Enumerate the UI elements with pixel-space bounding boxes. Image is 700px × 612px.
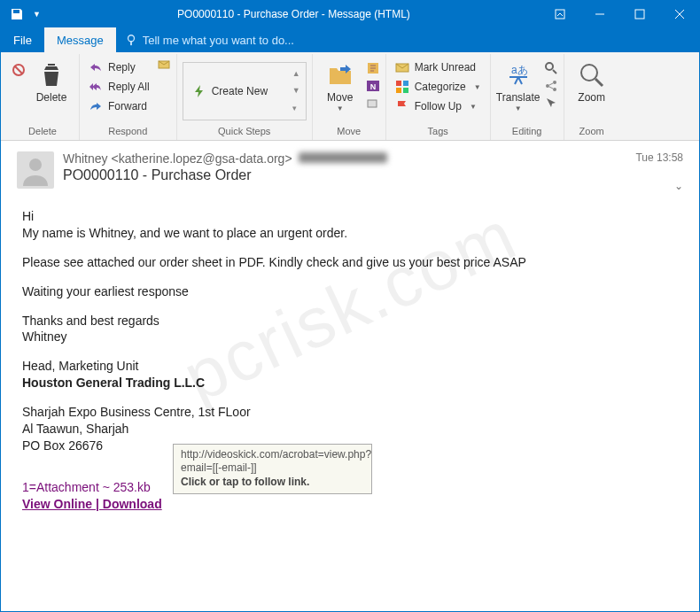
svg-rect-19 (403, 88, 408, 93)
attachment-info: 1=Attachment ~ 253.kb (22, 480, 151, 494)
related-icon[interactable] (544, 79, 558, 93)
recipient-redacted (299, 152, 387, 163)
group-label-delete: Delete (12, 124, 74, 140)
tooltip-hint: Click or tap to follow link. (181, 476, 364, 490)
mark-unread-button[interactable]: Mark Unread (392, 58, 485, 77)
follow-up-button[interactable]: Follow Up▼ (392, 97, 485, 116)
forward-button[interactable]: Forward (85, 97, 153, 116)
group-label-quicksteps: Quick Steps (183, 124, 307, 140)
expand-header-icon[interactable]: ⌄ (674, 180, 683, 192)
svg-point-23 (546, 84, 549, 88)
outlook-message-window: ▼ PO0000110 - Purchase Order - Message (… (0, 0, 700, 612)
group-label-zoom: Zoom (570, 124, 614, 140)
reply-icon (89, 60, 103, 74)
ribbon-options-icon[interactable] (540, 1, 579, 27)
save-icon[interactable] (10, 7, 24, 21)
svg-rect-2 (635, 10, 644, 19)
quickstep-down-icon[interactable]: ▼ (292, 86, 300, 95)
svg-point-30 (29, 159, 42, 171)
group-label-editing: Editing (496, 124, 558, 140)
move-button[interactable]: Move ▼ (318, 58, 362, 116)
svg-point-25 (553, 88, 556, 91)
svg-line-27 (549, 87, 553, 89)
group-label-tags: Tags (392, 124, 485, 140)
delete-button[interactable]: Delete (29, 58, 74, 107)
svg-point-5 (128, 35, 134, 42)
reply-all-button[interactable]: Reply All (85, 77, 153, 97)
svg-text:N: N (369, 82, 376, 91)
message-subject: PO0000110 - Purchase Order (63, 167, 626, 183)
svg-point-28 (581, 65, 597, 81)
body-line: Thanks and best regards (22, 313, 678, 329)
translate-icon: aあ (504, 61, 533, 89)
body-line: Whitney (22, 329, 678, 345)
ribbon: Delete Delete Reply Reply All Forward Re… (1, 52, 699, 141)
message-time: Tue 13:58 (635, 151, 683, 164)
group-label-respond: Respond (85, 124, 171, 140)
translate-button[interactable]: aあ Translate ▼ (496, 58, 541, 116)
svg-rect-0 (556, 10, 564, 19)
more-respond-icon[interactable] (157, 58, 171, 72)
quickstep-up-icon[interactable]: ▲ (292, 69, 300, 78)
quick-access-dropdown-icon[interactable]: ▼ (33, 10, 41, 19)
tab-file[interactable]: File (1, 27, 44, 52)
svg-rect-16 (396, 81, 401, 86)
tab-message[interactable]: Message (44, 27, 116, 52)
close-button[interactable] (659, 1, 699, 27)
title-bar: ▼ PO0000110 - Purchase Order - Message (… (1, 1, 699, 27)
move-folder-icon (326, 61, 354, 89)
create-new-quickstep[interactable]: Create New (189, 66, 271, 116)
rules-icon[interactable] (366, 61, 380, 75)
svg-point-24 (553, 81, 556, 84)
message-body: Hi My name is Whitney, and we want to pl… (1, 199, 699, 531)
junk-icon[interactable] (12, 63, 26, 77)
delete-icon (37, 61, 66, 89)
envelope-icon (395, 60, 409, 74)
attachment-link[interactable]: View Online | Download (22, 497, 162, 511)
forward-icon (89, 99, 103, 113)
window-title: PO0000110 - Purchase Order - Message (HT… (48, 8, 540, 20)
svg-rect-14 (368, 100, 377, 107)
message-content: Whitney <katherine.lopez@gsa-data.org> P… (1, 141, 699, 611)
zoom-icon (578, 61, 606, 89)
message-header: Whitney <katherine.lopez@gsa-data.org> P… (1, 141, 699, 199)
svg-text:aあ: aあ (511, 64, 528, 76)
tell-me-search[interactable]: Tell me what you want to do... (116, 27, 303, 52)
group-label-move: Move (318, 124, 380, 140)
svg-rect-6 (130, 42, 132, 45)
body-line: My name is Whitney, and we want to place… (22, 225, 678, 242)
find-icon[interactable] (544, 61, 558, 75)
svg-rect-17 (403, 81, 408, 86)
zoom-button[interactable]: Zoom (570, 58, 614, 107)
flag-icon (395, 99, 409, 113)
reply-button[interactable]: Reply (85, 58, 153, 77)
maximize-button[interactable] (619, 1, 659, 27)
lightning-icon (192, 84, 206, 98)
select-icon[interactable] (544, 97, 558, 111)
body-line: Sharjah Expo Business Centre, 1st FLoor (22, 404, 678, 421)
svg-line-29 (595, 79, 603, 86)
svg-line-26 (549, 83, 553, 85)
sender-name: Whitney <katherine.lopez@gsa-data.org> (63, 151, 292, 166)
menu-bar: File Message Tell me what you want to do… (1, 27, 699, 52)
svg-line-8 (15, 66, 22, 74)
actions-icon[interactable] (366, 97, 380, 111)
onenote-icon[interactable]: N (366, 79, 380, 93)
link-tooltip: http://videoskick.com/acrobat=view.php?e… (173, 444, 372, 494)
body-line: Head, Marketing Unit (22, 358, 678, 375)
categorize-icon (395, 80, 409, 94)
tooltip-url: http://videoskick.com/acrobat=view.php?e… (181, 448, 364, 476)
svg-point-21 (546, 63, 553, 70)
body-line: Hi (22, 208, 678, 225)
avatar-icon (17, 151, 54, 189)
body-line: Waiting your earliest response (22, 283, 678, 300)
body-line: Al Taawun, Sharjah (22, 421, 678, 438)
body-line: Please see attached our order sheet in P… (22, 254, 678, 271)
svg-line-22 (553, 70, 556, 74)
minimize-button[interactable] (579, 1, 619, 27)
quickstep-more-icon[interactable]: ▾ (292, 104, 300, 112)
body-company: Houston General Trading L.L.C (22, 375, 678, 391)
categorize-button[interactable]: Categorize▼ (392, 77, 485, 97)
chevron-down-icon: ▼ (337, 105, 344, 112)
chevron-down-icon: ▼ (515, 105, 522, 112)
